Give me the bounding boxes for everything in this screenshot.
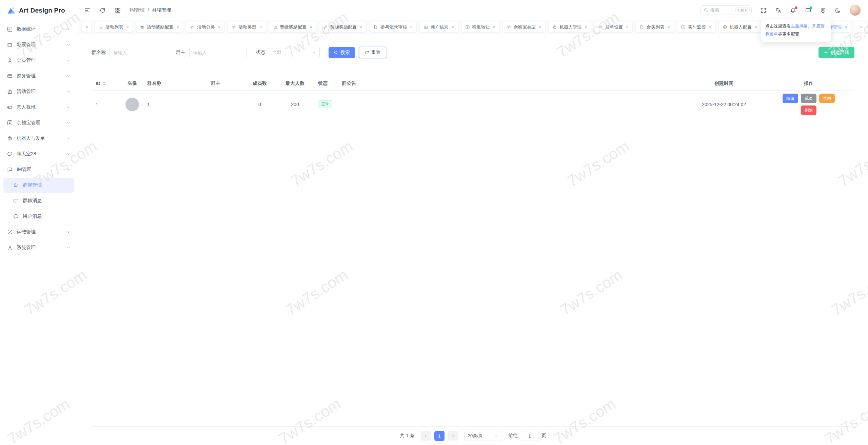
chevron-down-icon	[494, 434, 498, 438]
message-dot	[810, 6, 812, 9]
sidebar-item-ops[interactable]: 运维管理	[3, 225, 74, 239]
yen-icon	[7, 120, 13, 126]
sidebar-item-lottery[interactable]: 彩票管理	[3, 37, 74, 52]
close-icon[interactable]: ×	[259, 25, 262, 30]
tab-activity-type[interactable]: 活动类型×	[228, 22, 266, 33]
reset-button[interactable]: 重置	[359, 47, 386, 58]
cell-max-members: 200	[276, 94, 314, 115]
status-select[interactable]: 全部	[269, 47, 320, 58]
close-icon[interactable]: ×	[176, 25, 179, 30]
edit-button[interactable]: 编辑	[783, 94, 798, 103]
sidebar-collapse-button[interactable]	[84, 7, 91, 14]
close-icon[interactable]: ×	[539, 25, 541, 30]
user-avatar[interactable]	[850, 5, 861, 16]
tab-participation-audit[interactable]: 参与记录审核×	[369, 22, 417, 33]
close-icon[interactable]: ×	[218, 25, 220, 30]
sidebar-item-yuebao[interactable]: 余额宝管理	[3, 115, 74, 130]
tab-ladder-reward-config[interactable]: 阶梯奖励配置×	[319, 22, 367, 33]
tab-dispatch-settings[interactable]: 发单设置×	[594, 22, 633, 33]
chevron-down-icon	[66, 27, 71, 32]
breadcrumb-separator: /	[148, 7, 149, 13]
apps-grid-button[interactable]	[115, 7, 121, 14]
tab-item-clipped[interactable]: ×	[81, 22, 92, 32]
members-button[interactable]: 成员	[801, 94, 816, 103]
close-icon[interactable]: ×	[845, 25, 847, 30]
chevron-up-icon	[66, 167, 71, 172]
language-button[interactable]	[775, 7, 782, 14]
tab-quota-transfer[interactable]: 额度转让×	[461, 22, 500, 33]
app-logo-icon	[7, 6, 16, 15]
chevron-down-icon	[66, 58, 71, 63]
notifications-button[interactable]	[790, 7, 796, 14]
close-icon[interactable]: ×	[126, 25, 129, 30]
filter-icon	[190, 25, 195, 30]
tab-realtime-monitor[interactable]: 实时监控×	[677, 22, 715, 33]
sidebar-item-finance[interactable]: 财务管理	[3, 69, 74, 83]
sidebar-item-robot-dispatch[interactable]: 机器人与发单	[3, 131, 74, 146]
list-icon	[98, 25, 103, 30]
close-icon[interactable]: ×	[410, 25, 413, 30]
tab-merchant-info[interactable]: 商户信息×	[419, 22, 458, 33]
fullscreen-icon	[760, 7, 767, 14]
close-icon[interactable]: ×	[755, 25, 757, 30]
close-icon[interactable]: ×	[85, 25, 88, 30]
sidebar-item-im[interactable]: IM管理	[3, 162, 74, 177]
close-icon[interactable]: ×	[451, 25, 454, 30]
tab-robot-management[interactable]: 机器人管理×	[548, 22, 591, 33]
global-search-input[interactable]: 搜索 Ctrl k	[700, 5, 752, 15]
page-size-select[interactable]: 20条/页	[464, 431, 502, 441]
sidebar-item-activity[interactable]: 活动管理	[3, 84, 74, 99]
next-page-button[interactable]	[448, 431, 458, 441]
tab-robot-config[interactable]: 机器人配置×	[718, 22, 762, 33]
group-owner-input[interactable]	[189, 47, 247, 58]
refresh-button[interactable]	[99, 7, 106, 14]
theme-style-link[interactable]: 主题风格	[791, 24, 808, 28]
sidebar-item-members[interactable]: 会员管理	[3, 53, 74, 68]
breadcrumb-current: 群聊管理	[152, 7, 171, 13]
close-icon[interactable]: ×	[493, 25, 496, 30]
sidebar-item-group-messages[interactable]: 群聊消息	[3, 193, 74, 208]
breadcrumb-parent[interactable]: IM管理	[130, 7, 145, 13]
close-icon[interactable]: ×	[667, 25, 670, 30]
tab-activity-list[interactable]: 活动列表×	[94, 22, 133, 33]
chevron-down-icon	[66, 152, 71, 156]
close-icon[interactable]: ×	[360, 25, 362, 30]
sidebar-item-data-stats[interactable]: 数据统计	[3, 22, 74, 37]
close-icon[interactable]: ×	[310, 25, 312, 30]
close-icon[interactable]: ×	[626, 25, 629, 30]
settings-button[interactable]	[820, 7, 826, 14]
column-header-id[interactable]: ID	[92, 81, 121, 86]
tab-yuebao-type[interactable]: 余额宝类型×	[502, 22, 546, 33]
current-page-button[interactable]: 1	[434, 431, 445, 441]
prev-page-button[interactable]	[421, 431, 431, 441]
sidebar-item-chatroom28[interactable]: 聊天室28	[3, 147, 74, 161]
search-button[interactable]: 搜索	[329, 47, 355, 58]
tab-activity-reward-config[interactable]: 活动奖励配置×	[136, 22, 183, 33]
tab-overflow-button[interactable]	[854, 22, 868, 33]
app-logo[interactable]: Art Design Pro	[3, 0, 74, 21]
dark-mode-button[interactable]	[835, 7, 841, 14]
goto-page-input[interactable]	[521, 431, 538, 441]
app-window: Art Design Pro 数据统计 彩票管理 会员管理 财务管理	[0, 0, 868, 445]
tab-promotion-reward-config[interactable]: 晋级奖励配置×	[269, 22, 316, 33]
group-name-input[interactable]	[110, 47, 167, 58]
grid-icon	[115, 7, 121, 14]
tab-activity-category[interactable]: 活动分类×	[186, 22, 224, 33]
close-icon[interactable]: ×	[585, 25, 587, 30]
robot-icon	[552, 25, 557, 30]
disable-button[interactable]: 禁用	[819, 94, 835, 103]
sidebar-item-live-video[interactable]: 真人视讯	[3, 100, 74, 115]
document-icon	[639, 25, 644, 30]
tab-group-buy-list[interactable]: 合买列表×	[635, 22, 674, 33]
messages-button[interactable]	[805, 7, 811, 14]
sidebar-item-group-chat[interactable]: 群聊管理	[3, 178, 74, 193]
create-group-button[interactable]: 创建群聊	[818, 47, 854, 58]
wallet-icon	[7, 73, 13, 79]
delete-button[interactable]: 删除	[801, 105, 816, 115]
sidebar-item-user-messages[interactable]: 用户消息	[3, 209, 74, 224]
fullscreen-button[interactable]	[760, 7, 767, 14]
close-icon[interactable]: ×	[709, 25, 711, 30]
sidebar-item-system[interactable]: 系统管理	[3, 240, 74, 255]
sort-icon[interactable]	[103, 81, 105, 85]
cell-id: 1	[92, 94, 121, 115]
